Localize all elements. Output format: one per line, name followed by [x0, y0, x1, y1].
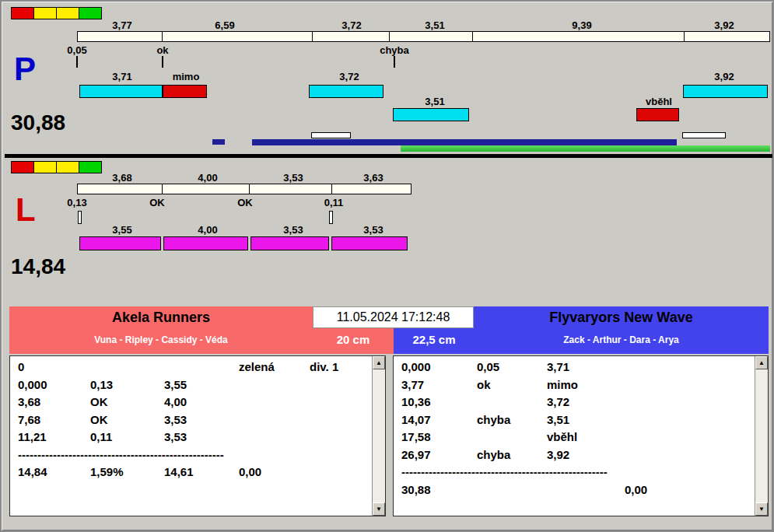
- split-timeline-bar: [77, 184, 412, 194]
- team-right-category-badge: 22,5 cm: [394, 333, 475, 346]
- table-cell: 10,36: [401, 395, 431, 408]
- table-cell: OK: [90, 413, 108, 426]
- timeline-segment-divider: [331, 184, 332, 194]
- run-time-bar: [79, 85, 163, 98]
- split-timeline-bar: [77, 31, 770, 42]
- fault-marker-label: OK: [214, 198, 276, 208]
- team-left-name: Akela Runners: [9, 310, 313, 326]
- table-cell: 17,58: [401, 430, 431, 443]
- datetime-display: 11.05.2024 17:12:48: [313, 306, 474, 328]
- split-time-label: 3,77: [88, 20, 156, 31]
- run-time-label: mimo: [152, 72, 220, 82]
- fault-marker-label: chyba: [363, 45, 426, 56]
- table-cell: div. 1: [310, 360, 338, 373]
- results-table-left: 0 zelená div. 1 0,000 0,13 3,55 3,68 OK …: [9, 355, 386, 516]
- run-time-bar: [163, 236, 248, 250]
- timeline-tick: [394, 56, 395, 68]
- fault-marker-label: OK: [126, 198, 188, 208]
- table-cell: 3,53: [164, 413, 187, 426]
- timeline-segment-divider: [312, 32, 313, 41]
- progress-bar-navy-short: [212, 139, 225, 145]
- scroll-up-button[interactable]: ▲: [755, 356, 768, 369]
- indicator-yellow-light-1: [34, 8, 56, 19]
- indicator-red-light: [12, 162, 33, 173]
- indicator-green-light: [79, 162, 101, 173]
- progress-bar-green: [401, 145, 770, 152]
- table-cell: OK: [90, 395, 108, 408]
- timeline-tick: [329, 211, 333, 224]
- table-row: 14,84 1,59% 14,61 0,00: [10, 463, 372, 481]
- run-time-bar: [393, 108, 469, 121]
- timeline-segment-divider: [684, 32, 685, 41]
- lane-l-panel: 3,68 4,00 3,53 3,63 0,13 OK OK 0,11 3,55…: [5, 158, 772, 303]
- table-cell: zelená: [239, 360, 275, 373]
- run-time-label: 4,00: [173, 225, 242, 236]
- table-cell: 3,51: [547, 413, 569, 426]
- table-cell: mimo: [547, 378, 578, 391]
- run-time-label: 3,53: [259, 225, 327, 236]
- split-time-label: 9,39: [548, 20, 616, 31]
- scrollbar-right-table[interactable]: ▲ ▼: [755, 356, 768, 516]
- run-time-bar: [250, 236, 329, 250]
- table-cell: 3,55: [164, 378, 187, 391]
- table-cell: 3,72: [547, 395, 569, 408]
- split-time-label: 3,92: [690, 20, 758, 31]
- split-time-label: 6,59: [191, 20, 259, 31]
- fault-bar: [163, 85, 207, 98]
- timeline-segment-divider: [249, 184, 250, 194]
- team-right-name: Flyvaryors New Wave: [474, 310, 769, 326]
- table-cell: chyba: [477, 448, 510, 461]
- scroll-down-button[interactable]: ▼: [755, 502, 768, 516]
- table-rows: 0,000 0,05 3,71 3,77 ok mimo 10,36 3,72 …: [394, 358, 755, 516]
- table-cell: 14,07: [401, 413, 431, 426]
- table-row: 17,58 vběhl: [394, 428, 755, 446]
- lane-p-total-time: 30,88: [11, 112, 65, 134]
- table-cell: 0,000: [401, 360, 431, 373]
- table-row: 7,68 OK 3,53: [10, 411, 372, 429]
- table-row: 3,68 OK 4,00: [10, 393, 372, 411]
- split-time-label: 3,68: [88, 173, 156, 184]
- marker-bar-white: [311, 132, 351, 138]
- timeline-segment-divider: [472, 32, 473, 41]
- run-time-label: 3,92: [690, 72, 758, 82]
- table-cell: 30,88: [401, 483, 431, 496]
- table-cell: 4,00: [164, 395, 187, 408]
- run-time-label: 3,71: [88, 72, 156, 82]
- table-row: 0,000 0,05 3,71: [394, 358, 755, 376]
- table-cell: 3,71: [547, 360, 569, 373]
- table-cell: 11,21: [18, 430, 47, 443]
- table-cell: ----------------------------------------…: [18, 448, 224, 461]
- table-cell: 0: [18, 360, 24, 373]
- scroll-up-button[interactable]: ▲: [373, 356, 385, 369]
- lane-l-indicator-lights: [11, 161, 102, 173]
- table-cell: 1,59%: [90, 465, 124, 478]
- scroll-down-button[interactable]: ▼: [373, 502, 385, 516]
- fault-bar: [636, 108, 679, 121]
- timeline-tick: [162, 56, 163, 68]
- fault-marker-label: vběhl: [625, 96, 693, 107]
- table-row: ----------------------------------------…: [394, 463, 755, 481]
- table-cell: 0,00: [239, 465, 261, 478]
- team-right-members: Zack - Arthur - Dara - Arya: [474, 334, 769, 345]
- table-row: ----------------------------------------…: [10, 446, 372, 464]
- fault-marker-label: ok: [131, 45, 194, 56]
- table-cell: vběhl: [547, 430, 577, 443]
- results-table-right: 0,000 0,05 3,71 3,77 ok mimo 10,36 3,72 …: [393, 355, 769, 516]
- run-time-bar: [331, 236, 408, 250]
- table-cell: 3,68: [18, 395, 40, 408]
- table-cell: 26,97: [401, 448, 431, 461]
- run-time-label: 3,51: [401, 96, 469, 107]
- indicator-yellow-light-2: [57, 162, 79, 173]
- timing-app-window: 3,77 6,59 3,72 3,51 9,39 3,92 0,05 ok ch…: [0, 0, 774, 532]
- scrollbar-left-table[interactable]: ▲ ▼: [372, 356, 385, 516]
- run-time-bar: [683, 85, 768, 98]
- indicator-yellow-light-1: [34, 162, 56, 173]
- split-time-label: 4,00: [173, 173, 242, 184]
- timeline-segment-divider: [162, 32, 163, 41]
- table-cell: chyba: [477, 413, 510, 426]
- table-row: 0 zelená div. 1: [10, 358, 372, 376]
- marker-bar-white: [682, 132, 726, 138]
- table-cell: 0,000: [18, 378, 47, 391]
- table-rows: 0 zelená div. 1 0,000 0,13 3,55 3,68 OK …: [10, 358, 372, 516]
- team-left-members: Vuna - Ripley - Cassidy - Véda: [9, 334, 313, 345]
